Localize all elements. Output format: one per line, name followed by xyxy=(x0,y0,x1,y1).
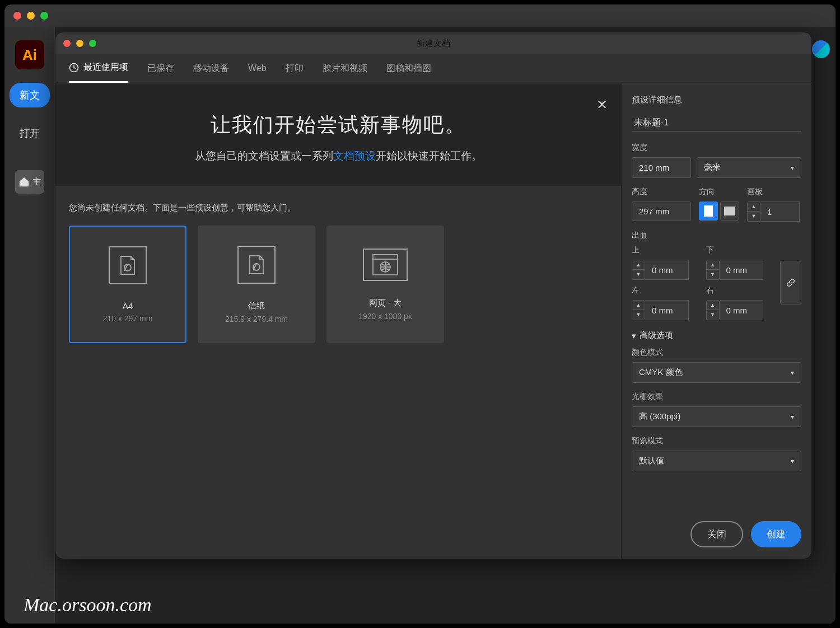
orientation-portrait-button[interactable] xyxy=(699,201,718,221)
tab-saved[interactable]: 已保存 xyxy=(147,62,174,83)
tab-recent[interactable]: 最近使用项 xyxy=(69,62,128,83)
tab-label: 图稿和插图 xyxy=(386,63,431,74)
chevron-down-icon: ▾ xyxy=(791,369,794,377)
hero-text: 从您自己的文档设置或一系列文档预设开始以快速开始工作。 xyxy=(78,149,599,163)
hero-heading: 让我们开始尝试新事物吧。 xyxy=(78,111,599,139)
tab-print[interactable]: 打印 xyxy=(286,62,304,83)
doc-presets-link[interactable]: 文档预设 xyxy=(333,150,376,162)
dialog-traffic-lights xyxy=(63,40,96,47)
hero-banner: ✕ 让我们开始尝试新事物吧。 从您自己的文档设置或一系列文档预设开始以快速开始工… xyxy=(55,83,621,186)
raster-value: 高 (300ppi) xyxy=(639,411,680,422)
tab-mobile[interactable]: 移动设备 xyxy=(193,62,229,83)
new-document-dialog: 新建文档 最近使用项 已保存 移动设备 Web 打印 胶片和视频 图稿和插图 ✕… xyxy=(55,32,811,559)
hero-text-after: 开始以快速开始工作。 xyxy=(376,150,482,162)
bleed-bottom-label: 下 xyxy=(706,245,773,255)
close-button[interactable]: 关闭 xyxy=(690,521,743,547)
app-sidebar: Ai 新文 打开 主 xyxy=(4,27,55,624)
units-select[interactable]: 毫米 ▾ xyxy=(697,157,801,178)
stepper-down-icon[interactable]: ▼ xyxy=(632,310,645,320)
new-file-button[interactable]: 新文 xyxy=(10,83,50,107)
dialog-maximize-icon[interactable] xyxy=(89,40,96,47)
advanced-options-toggle[interactable]: ▾ 高级选项 xyxy=(632,330,801,341)
presets-section: 您尚未创建任何文档。下面是一些预设创意，可帮助您入门。 A4 210 x 297… xyxy=(55,186,621,360)
chevron-down-icon: ▾ xyxy=(791,164,794,172)
artboards-stepper[interactable]: ▲ ▼ xyxy=(747,201,760,222)
home-label: 主 xyxy=(32,176,41,188)
preview-value: 默认值 xyxy=(639,456,664,466)
dialog-footer: 关闭 创建 xyxy=(690,521,801,547)
bleed-left-label: 左 xyxy=(632,285,698,296)
panel-title: 预设详细信息 xyxy=(632,95,801,105)
close-window-icon[interactable] xyxy=(13,12,21,20)
web-icon xyxy=(363,249,408,281)
stepper-up-icon[interactable]: ▲ xyxy=(707,301,719,310)
stepper-up-icon[interactable]: ▲ xyxy=(632,301,645,310)
tab-label: 已保存 xyxy=(147,63,174,74)
tab-label: 移动设备 xyxy=(193,63,229,74)
stepper-up-icon[interactable]: ▲ xyxy=(632,260,645,270)
document-name-input[interactable] xyxy=(632,114,801,132)
preset-a4[interactable]: A4 210 x 297 mm xyxy=(69,226,186,343)
tab-web[interactable]: Web xyxy=(248,62,267,83)
user-avatar-icon[interactable] xyxy=(812,40,830,58)
home-icon xyxy=(18,176,30,188)
document-icon xyxy=(237,246,276,284)
dialog-close-icon[interactable] xyxy=(63,40,71,47)
bleed-left-input[interactable] xyxy=(645,300,689,320)
tab-label: 打印 xyxy=(286,63,304,74)
tab-film[interactable]: 胶片和视频 xyxy=(323,62,367,83)
minimize-window-icon[interactable] xyxy=(27,12,35,20)
color-mode-label: 颜色模式 xyxy=(632,348,801,358)
dialog-minimize-icon[interactable] xyxy=(76,40,83,47)
preset-dims: 1920 x 1080 px xyxy=(358,312,412,321)
tab-art[interactable]: 图稿和插图 xyxy=(386,62,431,83)
preset-letter[interactable]: 信纸 215.9 x 279.4 mm xyxy=(198,226,315,343)
bleed-top-input[interactable] xyxy=(645,260,689,280)
height-input[interactable] xyxy=(632,201,691,221)
preset-web-large[interactable]: 网页 - 大 1920 x 1080 px xyxy=(326,226,444,343)
stepper-up-icon[interactable]: ▲ xyxy=(748,202,760,212)
width-label: 宽度 xyxy=(632,143,801,153)
tab-label: 胶片和视频 xyxy=(323,63,367,74)
preset-name: A4 xyxy=(123,301,133,311)
orientation-landscape-button[interactable] xyxy=(720,201,739,221)
open-file-button[interactable]: 打开 xyxy=(14,121,45,146)
bleed-top-label: 上 xyxy=(632,245,698,255)
link-bleed-button[interactable] xyxy=(780,261,801,304)
dialog-body: ✕ 让我们开始尝试新事物吧。 从您自己的文档设置或一系列文档预设开始以快速开始工… xyxy=(55,83,811,559)
preview-label: 预览模式 xyxy=(632,436,801,446)
maximize-window-icon[interactable] xyxy=(40,12,48,20)
stepper-up-icon[interactable]: ▲ xyxy=(707,260,719,270)
hero-close-button[interactable]: ✕ xyxy=(596,97,608,113)
preset-dims: 215.9 x 279.4 mm xyxy=(225,315,288,324)
home-button[interactable]: 主 xyxy=(15,170,44,194)
bleed-bottom-stepper[interactable]: ▲▼ xyxy=(706,260,720,280)
color-mode-select[interactable]: CMYK 颜色 ▾ xyxy=(632,362,801,383)
bleed-label: 出血 xyxy=(632,231,801,241)
landscape-icon xyxy=(724,207,735,215)
bleed-top-stepper[interactable]: ▲▼ xyxy=(632,260,645,280)
width-input[interactable] xyxy=(632,157,691,178)
raster-effects-select[interactable]: 高 (300ppi) ▾ xyxy=(632,406,801,427)
preset-dims: 210 x 297 mm xyxy=(103,314,153,323)
stepper-down-icon[interactable]: ▼ xyxy=(632,270,645,279)
presets-hint: 您尚未创建任何文档。下面是一些预设创意，可帮助您入门。 xyxy=(69,203,608,213)
artboards-input[interactable] xyxy=(760,201,800,222)
tab-label: Web xyxy=(248,63,267,73)
create-button[interactable]: 创建 xyxy=(751,521,801,547)
stepper-down-icon[interactable]: ▼ xyxy=(707,270,719,279)
stepper-down-icon[interactable]: ▼ xyxy=(707,310,719,320)
dialog-content: ✕ 让我们开始尝试新事物吧。 从您自己的文档设置或一系列文档预设开始以快速开始工… xyxy=(55,83,621,559)
stepper-down-icon[interactable]: ▼ xyxy=(748,212,760,221)
artboards-label: 画板 xyxy=(747,187,801,197)
bleed-bottom-input[interactable] xyxy=(720,260,763,280)
chevron-down-icon: ▾ xyxy=(791,413,794,421)
presets-list: A4 210 x 297 mm 信纸 215.9 x 279.4 mm xyxy=(69,226,608,343)
dialog-titlebar: 新建文档 xyxy=(55,32,811,54)
bleed-left-stepper[interactable]: ▲▼ xyxy=(632,300,645,320)
preset-name: 信纸 xyxy=(248,301,265,311)
bleed-right-stepper[interactable]: ▲▼ xyxy=(706,300,720,320)
preview-mode-select[interactable]: 默认值 ▾ xyxy=(632,451,801,471)
chevron-down-icon: ▾ xyxy=(632,331,636,341)
bleed-right-input[interactable] xyxy=(720,300,763,320)
